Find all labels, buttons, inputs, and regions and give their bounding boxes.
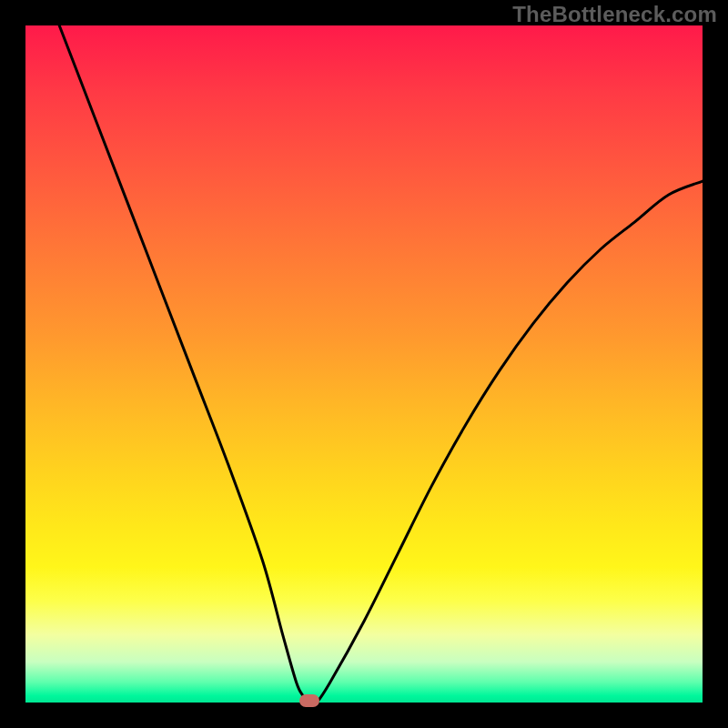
curve-svg [25,25,703,703]
optimal-point-marker [299,694,319,707]
bottleneck-curve [59,25,703,703]
plot-area [25,25,703,703]
chart-frame: TheBottleneck.com [0,0,728,728]
watermark-text: TheBottleneck.com [512,2,717,27]
